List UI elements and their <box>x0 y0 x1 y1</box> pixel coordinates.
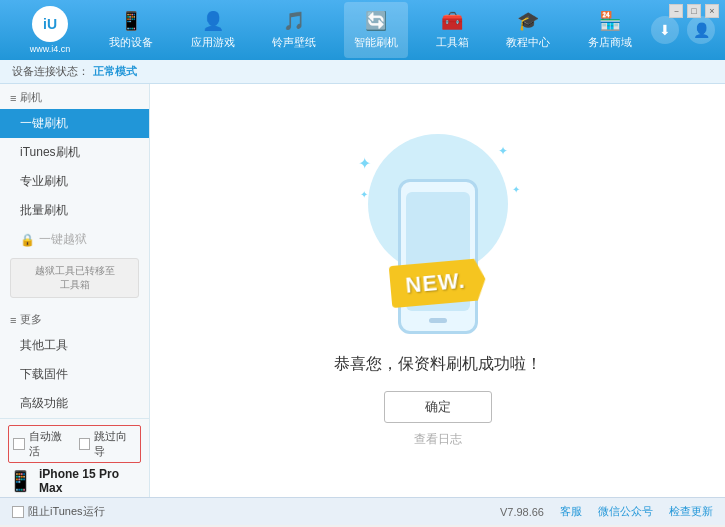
logo-subtext: www.i4.cn <box>30 44 71 54</box>
logo-icon: iU <box>32 6 68 42</box>
wechat-link[interactable]: 微信公众号 <box>598 504 653 519</box>
auto-activate-checkbox[interactable] <box>13 438 25 450</box>
close-button[interactable]: × <box>705 4 719 18</box>
nav-tabs: 📱 我的设备 👤 应用游戏 🎵 铃声壁纸 🔄 智能刷机 🧰 工具箱 🎓 教程中心… <box>90 0 651 60</box>
tab-ringtones[interactable]: 🎵 铃声壁纸 <box>262 2 326 58</box>
footer: 阻止iTunes运行 V7.98.66 客服 微信公众号 检查更新 <box>0 497 725 525</box>
more-label: 更多 <box>20 312 42 327</box>
minimize-button[interactable]: － <box>669 4 683 18</box>
phone-home-button <box>429 318 447 323</box>
sidebar-item-advanced[interactable]: 高级功能 <box>0 389 149 418</box>
check-update-link[interactable]: 检查更新 <box>669 504 713 519</box>
auto-activate-row: 自动激活 跳过向导 <box>8 425 141 463</box>
note-line2: 工具箱 <box>60 279 90 290</box>
sidebar-item-jailbreak: 🔒 一键越狱 <box>0 225 149 254</box>
download-firmware-label: 下载固件 <box>20 367 68 381</box>
download-button[interactable]: ⬇ <box>651 16 679 44</box>
content-area: ✦ ✦ ✦ ✦ NEW. 恭喜您，保资料刷机成功啦！ 确定 查看日志 <box>150 84 725 497</box>
tab-shop[interactable]: 🏪 务店商域 <box>578 2 642 58</box>
sparkle-1: ✦ <box>358 154 371 173</box>
batch-flash-label: 批量刷机 <box>20 203 68 217</box>
tutorials-icon: 🎓 <box>517 10 539 32</box>
sidebar-item-itunes-flash[interactable]: iTunes刷机 <box>0 138 149 167</box>
tab-tutorials[interactable]: 🎓 教程中心 <box>496 2 560 58</box>
more-section-header: ≡ 更多 <box>0 306 149 331</box>
shop-icon: 🏪 <box>599 10 621 32</box>
footer-right: V7.98.66 客服 微信公众号 检查更新 <box>500 504 713 519</box>
sparkle-3: ✦ <box>512 184 520 195</box>
device-storage: 512GB <box>39 495 141 497</box>
device-info: 📱 iPhone 15 Pro Max 512GB iPhone <box>8 467 141 497</box>
one-click-flash-label: 一键刷机 <box>20 116 68 130</box>
jailbreak-label: 一键越狱 <box>39 231 87 248</box>
sidebar-item-other-tools[interactable]: 其他工具 <box>0 331 149 360</box>
tab-shop-label: 务店商域 <box>588 35 632 50</box>
tab-tutorials-label: 教程中心 <box>506 35 550 50</box>
tab-ringtones-label: 铃声壁纸 <box>272 35 316 50</box>
advanced-label: 高级功能 <box>20 396 68 410</box>
more-icon: ≡ <box>10 314 16 326</box>
sidebar-item-download-firmware[interactable]: 下载固件 <box>0 360 149 389</box>
logo: iU www.i4.cn <box>10 6 90 54</box>
device-name: iPhone 15 Pro Max <box>39 467 141 495</box>
device-area: 自动激活 跳过向导 📱 iPhone 15 Pro Max 512GB iPho… <box>0 418 149 497</box>
tab-toolbox-label: 工具箱 <box>436 35 469 50</box>
sidebar-item-pro-flash[interactable]: 专业刷机 <box>0 167 149 196</box>
maximize-button[interactable]: □ <box>687 4 701 18</box>
toolbox-icon: 🧰 <box>441 10 463 32</box>
sparkle-2: ✦ <box>498 144 508 158</box>
connection-mode: 正常模式 <box>93 64 137 79</box>
main-layout: ≡ 刷机 一键刷机 iTunes刷机 专业刷机 批量刷机 🔒 一键越狱 越狱工具… <box>0 84 725 497</box>
sidebar: ≡ 刷机 一键刷机 iTunes刷机 专业刷机 批量刷机 🔒 一键越狱 越狱工具… <box>0 84 150 497</box>
flash-section-label: 刷机 <box>20 90 42 105</box>
itunes-label: 阻止iTunes运行 <box>28 504 105 519</box>
sidebar-item-batch-flash[interactable]: 批量刷机 <box>0 196 149 225</box>
tab-my-device-label: 我的设备 <box>109 35 153 50</box>
confirm-button[interactable]: 确定 <box>384 391 492 423</box>
sidebar-item-one-click-flash[interactable]: 一键刷机 <box>0 109 149 138</box>
version-text: V7.98.66 <box>500 506 544 518</box>
success-illustration: ✦ ✦ ✦ ✦ NEW. <box>348 134 528 334</box>
lock-icon: 🔒 <box>20 233 35 247</box>
view-log-link[interactable]: 查看日志 <box>414 431 462 448</box>
note-line1: 越狱工具已转移至 <box>35 265 115 276</box>
other-tools-label: 其他工具 <box>20 338 68 352</box>
flash-section-header: ≡ 刷机 <box>0 84 149 109</box>
sub-header: 设备连接状态： 正常模式 <box>0 60 725 84</box>
itunes-checkbox[interactable] <box>12 506 24 518</box>
tab-app-games[interactable]: 👤 应用游戏 <box>181 2 245 58</box>
tab-toolbox[interactable]: 🧰 工具箱 <box>426 2 479 58</box>
my-device-icon: 📱 <box>120 10 142 32</box>
header-right: ⬇ 👤 <box>651 16 715 44</box>
tab-app-games-label: 应用游戏 <box>191 35 235 50</box>
user-button[interactable]: 👤 <box>687 16 715 44</box>
flash-section-icon: ≡ <box>10 92 16 104</box>
customer-service-link[interactable]: 客服 <box>560 504 582 519</box>
footer-left: 阻止iTunes运行 <box>12 504 105 519</box>
itunes-flash-label: iTunes刷机 <box>20 145 80 159</box>
smart-flash-icon: 🔄 <box>365 10 387 32</box>
tab-smart-flash-label: 智能刷机 <box>354 35 398 50</box>
success-message: 恭喜您，保资料刷机成功啦！ <box>334 354 542 375</box>
pro-flash-label: 专业刷机 <box>20 174 68 188</box>
header: iU www.i4.cn 📱 我的设备 👤 应用游戏 🎵 铃声壁纸 🔄 智能刷机… <box>0 0 725 60</box>
auto-guide-checkbox[interactable] <box>79 438 91 450</box>
tab-smart-flash[interactable]: 🔄 智能刷机 <box>344 2 408 58</box>
ringtones-icon: 🎵 <box>283 10 305 32</box>
new-badge-text: NEW. <box>404 267 466 298</box>
device-text: iPhone 15 Pro Max 512GB iPhone <box>39 467 141 497</box>
device-phone-icon: 📱 <box>8 469 33 493</box>
jailbreak-note: 越狱工具已转移至 工具箱 <box>10 258 139 298</box>
phone-illustration <box>398 179 478 334</box>
connection-prefix: 设备连接状态： <box>12 64 89 79</box>
app-games-icon: 👤 <box>202 10 224 32</box>
tab-my-device[interactable]: 📱 我的设备 <box>99 2 163 58</box>
auto-guide-label: 跳过向导 <box>94 429 136 459</box>
auto-activate-label: 自动激活 <box>29 429 71 459</box>
sparkle-4: ✦ <box>360 189 368 200</box>
